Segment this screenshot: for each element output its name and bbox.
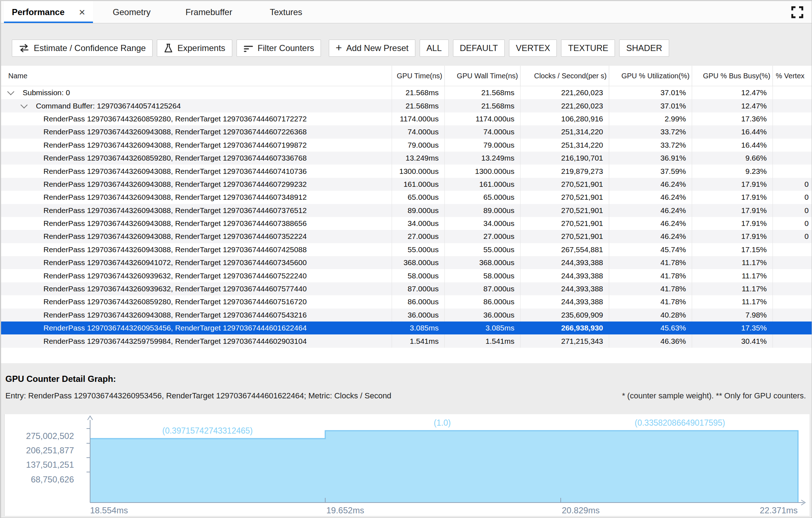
- bus-busy-cell: 11.17%: [692, 256, 773, 269]
- column-header-gpu-time[interactable]: GPU Time(ns): [392, 66, 445, 86]
- table-row[interactable]: RenderPass 12970367443260943088, RenderT…: [1, 243, 812, 256]
- table-body: Submission: 021.568ms21.568ms221,260,023…: [1, 86, 812, 363]
- row-name-cell: RenderPass 12970367443260859280, RenderT…: [1, 295, 392, 308]
- row-name-cell: RenderPass 12970367443260943088, RenderT…: [1, 204, 392, 217]
- gpu-time-cell: 27.000us: [392, 230, 445, 243]
- row-name-cell: RenderPass 12970367443260943088, RenderT…: [1, 178, 392, 191]
- table-row[interactable]: Command Buffer: 1297036744057412526421.5…: [1, 99, 812, 112]
- button-label: Filter Counters: [258, 43, 314, 53]
- bus-busy-cell: 17.36%: [692, 112, 773, 125]
- column-header-name[interactable]: Name: [1, 66, 392, 86]
- table-row[interactable]: RenderPass 12970367443260943088, RenderT…: [1, 165, 812, 177]
- bus-busy-cell: 9.23%: [692, 165, 773, 177]
- vertex-cell: [773, 256, 812, 269]
- table-row[interactable]: RenderPass 12970367443260859280, RenderT…: [1, 152, 812, 165]
- table-row[interactable]: RenderPass 12970367443260859280, RenderT…: [1, 295, 812, 308]
- preset-button-vertex[interactable]: VERTEX: [509, 40, 557, 57]
- clocks-cell: 216,190,701: [521, 152, 609, 165]
- column-header-gpu-wall-time[interactable]: GPU Wall Time(ns): [445, 66, 521, 86]
- chevron-down-icon[interactable]: [20, 101, 28, 108]
- gpu-time-cell: 161.000us: [392, 178, 445, 191]
- table-row[interactable]: RenderPass 12970367443259759984, RenderT…: [1, 334, 812, 347]
- gpu-wall-time-cell: 36.000us: [445, 309, 521, 322]
- vertex-cell: 0: [773, 217, 812, 230]
- row-name-cell: RenderPass 12970367443260939632, RenderT…: [1, 269, 392, 282]
- bus-busy-cell: 17.91%: [692, 217, 773, 230]
- clocks-cell: 270,521,901: [521, 230, 609, 243]
- gpu-wall-time-cell: 1300.000us: [445, 165, 521, 177]
- detail-entry-text: Entry: RenderPass 12970367443260953456, …: [5, 391, 391, 401]
- counter-chart[interactable]: 275,002,502 206,251,877 137,501,251 68,7…: [4, 414, 809, 516]
- vertex-cell: [773, 125, 812, 138]
- table-row[interactable]: Submission: 021.568ms21.568ms221,260,023…: [1, 86, 812, 99]
- table-row[interactable]: RenderPass 12970367443260953456, RenderT…: [1, 322, 812, 334]
- row-name-text: RenderPass 12970367443260939632, RenderT…: [43, 285, 307, 293]
- utilization-cell: 33.72%: [609, 125, 692, 138]
- vertex-cell: [773, 99, 812, 112]
- bus-busy-cell: 16.44%: [692, 125, 773, 138]
- column-header-clocks[interactable]: Clocks / Second(per s): [521, 66, 609, 86]
- table-row[interactable]: RenderPass 12970367443260859280, RenderT…: [1, 112, 812, 125]
- column-header-vertex[interactable]: % Vertex: [773, 66, 812, 86]
- add-new-preset-button[interactable]: + Add New Preset: [329, 40, 415, 57]
- table-row[interactable]: RenderPass 12970367443260943088, RenderT…: [1, 139, 812, 152]
- table-row[interactable]: RenderPass 12970367443260943088, RenderT…: [1, 191, 812, 204]
- gpu-time-cell: 87.000us: [392, 282, 445, 295]
- table-row[interactable]: RenderPass 12970367443260939632, RenderT…: [1, 269, 812, 282]
- table-row[interactable]: RenderPass 12970367443260941072, RenderT…: [1, 256, 812, 269]
- bus-busy-cell: 17.15%: [692, 243, 773, 256]
- fullscreen-icon[interactable]: [791, 6, 804, 19]
- table-row[interactable]: RenderPass 12970367443260943088, RenderT…: [1, 309, 812, 322]
- row-name-text: RenderPass 12970367443260943088, RenderT…: [43, 141, 307, 149]
- close-tab-icon[interactable]: ×: [79, 7, 85, 18]
- tab-label: Geometry: [113, 7, 150, 17]
- row-name-text: RenderPass 12970367443260943088, RenderT…: [43, 219, 307, 228]
- row-name-cell: RenderPass 12970367443260939632, RenderT…: [1, 282, 392, 295]
- utilization-cell: 45.63%: [609, 322, 692, 334]
- table-row[interactable]: RenderPass 12970367443260943088, RenderT…: [1, 204, 812, 217]
- clocks-cell: 270,521,901: [521, 178, 609, 191]
- preset-button-default[interactable]: DEFAULT: [453, 40, 505, 57]
- vertex-cell: [773, 282, 812, 295]
- preset-button-texture[interactable]: TEXTURE: [561, 40, 615, 57]
- tab-performance[interactable]: Performance ×: [4, 1, 93, 23]
- bus-busy-cell: 11.17%: [692, 282, 773, 295]
- tab-label: Textures: [270, 7, 302, 17]
- column-header-bus-busy[interactable]: GPU % Bus Busy(%): [692, 66, 773, 86]
- filter-counters-button[interactable]: Filter Counters: [237, 40, 321, 57]
- table-row[interactable]: RenderPass 12970367443260939632, RenderT…: [1, 282, 812, 295]
- table-row[interactable]: RenderPass 12970367443260943088, RenderT…: [1, 217, 812, 230]
- preset-button-shader[interactable]: SHADER: [619, 40, 669, 57]
- detail-graph-title: GPU Counter Detail Graph:: [5, 374, 116, 384]
- bus-busy-cell: 30.41%: [692, 334, 773, 347]
- preset-button-group: ALLDEFAULTVERTEXTEXTURESHADER: [420, 40, 669, 57]
- table-row[interactable]: RenderPass 12970367443260943088, RenderT…: [1, 178, 812, 191]
- gpu-time-cell: 1174.000us: [392, 112, 445, 125]
- estimate-confidence-button[interactable]: Estimate / Confidence Range: [12, 40, 153, 57]
- bus-busy-cell: 17.91%: [692, 191, 773, 204]
- tab-textures[interactable]: Textures: [247, 1, 325, 23]
- row-name-cell: RenderPass 12970367443260943088, RenderT…: [1, 125, 392, 138]
- x-tick-label: 20.829ms: [562, 505, 599, 515]
- row-name-cell: RenderPass 12970367443260859280, RenderT…: [1, 152, 392, 165]
- row-name-text: RenderPass 12970367443260859280, RenderT…: [43, 115, 307, 123]
- gpu-profiler-window: Performance × Geometry Framebuffer Textu…: [0, 0, 812, 518]
- tab-framebuffer[interactable]: Framebuffer: [170, 1, 247, 23]
- gpu-time-cell: 34.000us: [392, 217, 445, 230]
- chevron-down-icon[interactable]: [7, 88, 14, 95]
- clocks-cell: 244,393,388: [521, 295, 609, 308]
- experiments-button[interactable]: Experiments: [157, 40, 232, 57]
- tab-geometry[interactable]: Geometry: [93, 1, 170, 23]
- preset-button-all[interactable]: ALL: [420, 40, 449, 57]
- utilization-cell: 37.01%: [609, 99, 692, 112]
- gpu-time-cell: 36.000us: [392, 309, 445, 322]
- table-row[interactable]: RenderPass 12970367443260943088, RenderT…: [1, 125, 812, 138]
- tab-label: Framebuffer: [186, 7, 232, 17]
- column-header-utilization[interactable]: GPU % Utilization(%): [609, 66, 692, 86]
- row-name-cell: Submission: 0: [1, 86, 392, 99]
- x-tick-label: 22.371ms: [760, 505, 798, 515]
- table-row[interactable]: RenderPass 12970367443260943088, RenderT…: [1, 230, 812, 243]
- clocks-cell: 219,879,273: [521, 165, 609, 177]
- bus-busy-cell: 16.44%: [692, 139, 773, 152]
- y-tick-label: 275,002,502: [13, 431, 74, 441]
